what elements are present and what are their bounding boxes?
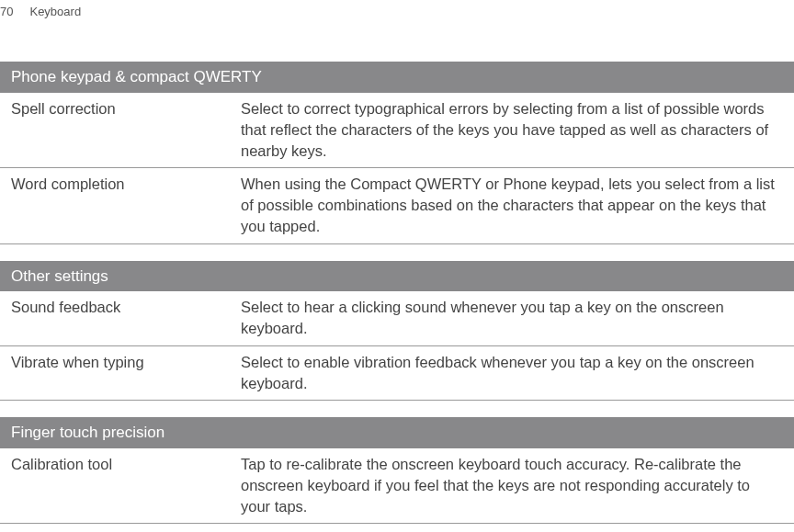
row-desc: Select to enable vibration feedback when… xyxy=(241,352,783,394)
row-desc: Select to hear a clicking sound whenever… xyxy=(241,297,783,339)
row-label: Sound feedback xyxy=(11,297,241,339)
table-row: Calibration tool Tap to re-calibrate the… xyxy=(0,448,794,524)
page-title: Keyboard xyxy=(29,4,81,20)
page-header: 70 Keyboard xyxy=(0,0,794,20)
page-number: 70 xyxy=(0,4,13,20)
row-label: Spell correction xyxy=(11,98,241,162)
table-row: Reset calibration Tap to reset the calib… xyxy=(0,524,794,532)
section-header: Phone keypad & compact QWERTY xyxy=(0,62,794,93)
section-phone-keypad: Phone keypad & compact QWERTY Spell corr… xyxy=(0,62,794,243)
row-label: Word completion xyxy=(11,174,241,237)
section-header: Finger touch precision xyxy=(0,417,794,448)
section-finger-touch: Finger touch precision Calibration tool … xyxy=(0,417,794,532)
table-row: Vibrate when typing Select to enable vib… xyxy=(0,346,794,401)
row-label: Calibration tool xyxy=(11,454,241,517)
section-header: Other settings xyxy=(0,261,794,292)
row-desc: Tap to re-calibrate the onscreen keyboar… xyxy=(241,454,783,517)
section-other-settings: Other settings Sound feedback Select to … xyxy=(0,261,794,401)
row-label: Vibrate when typing xyxy=(11,352,241,394)
table-row: Spell correction Select to correct typog… xyxy=(0,93,794,168)
table-row: Word completion When using the Compact Q… xyxy=(0,168,794,243)
row-desc: When using the Compact QWERTY or Phone k… xyxy=(241,174,783,237)
row-desc: Select to correct typographical errors b… xyxy=(241,98,783,162)
table-row: Sound feedback Select to hear a clicking… xyxy=(0,291,794,345)
